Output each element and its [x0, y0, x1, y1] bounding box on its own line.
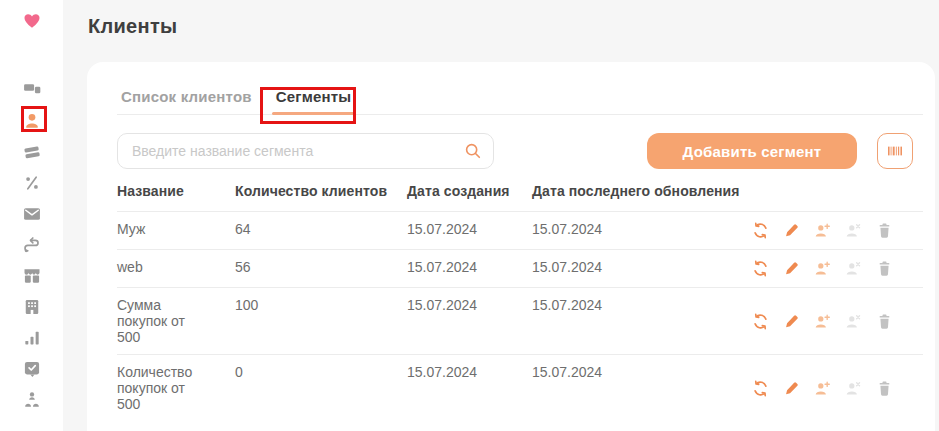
- sidebar-item-dashboard[interactable]: [19, 80, 45, 100]
- remove-client-button[interactable]: [844, 222, 862, 240]
- tab-segments[interactable]: Сегменты: [272, 88, 356, 114]
- add-client-button[interactable]: [813, 312, 831, 330]
- sidebar-item-cards[interactable]: [19, 142, 45, 162]
- row-actions: [751, 379, 893, 397]
- dashboard-icon: [22, 80, 42, 100]
- row-actions: [751, 312, 893, 330]
- delete-segment-button[interactable]: [875, 312, 893, 330]
- edit-icon: [783, 380, 800, 397]
- segment-name: Количество покупок от 500: [117, 364, 235, 412]
- table-row: web 56 15.07.2024 15.07.2024: [117, 249, 923, 287]
- add-client-icon: [814, 222, 831, 239]
- segment-count: 64: [235, 221, 407, 237]
- mail-icon: [22, 204, 42, 224]
- segment-name: Муж: [117, 221, 235, 237]
- add-client-button[interactable]: [813, 379, 831, 397]
- barcode-button[interactable]: [877, 133, 913, 169]
- delete-icon: [876, 380, 893, 397]
- remove-client-icon: [845, 313, 862, 330]
- edit-segment-button[interactable]: [782, 260, 800, 278]
- route-icon: [22, 235, 42, 255]
- column-header-updated: Дата последнего обновления: [532, 183, 766, 199]
- team-icon: [22, 390, 42, 410]
- sidebar-item-analytics[interactable]: [19, 328, 45, 348]
- column-header-created: Дата создания: [407, 183, 532, 199]
- segment-updated-date: 15.07.2024: [532, 221, 743, 237]
- remove-client-button[interactable]: [844, 312, 862, 330]
- chart-icon: [22, 328, 42, 348]
- segment-name: Сумма покупок от 500: [117, 297, 235, 345]
- sidebar-item-routes[interactable]: [19, 235, 45, 255]
- refresh-segment-button[interactable]: [751, 222, 769, 240]
- content-card: Список клиентов Сегменты Добавить сегмен…: [87, 62, 935, 431]
- building-icon: [22, 297, 42, 317]
- edit-icon: [783, 260, 800, 277]
- edit-segment-button[interactable]: [782, 222, 800, 240]
- percent-icon: [22, 173, 42, 193]
- table-row: Количество покупок от 500 0 15.07.2024 1…: [117, 354, 923, 421]
- edit-segment-button[interactable]: [782, 379, 800, 397]
- toolbar: Добавить сегмент: [117, 133, 913, 169]
- add-segment-button[interactable]: Добавить сегмент: [647, 133, 857, 169]
- add-client-icon: [814, 260, 831, 277]
- delete-icon: [876, 222, 893, 239]
- segment-created-date: 15.07.2024: [407, 259, 532, 275]
- cards-icon: [22, 142, 42, 162]
- refresh-segment-button[interactable]: [751, 312, 769, 330]
- remove-client-icon: [845, 222, 862, 239]
- search-input[interactable]: [117, 133, 494, 169]
- sidebar-item-mailings[interactable]: [19, 204, 45, 224]
- remove-client-button[interactable]: [844, 379, 862, 397]
- page-title: Клиенты: [88, 15, 939, 38]
- column-header-count: Количество клиентов: [235, 183, 407, 199]
- search-icon[interactable]: [464, 142, 482, 160]
- row-actions: [751, 260, 893, 278]
- refresh-icon: [752, 260, 769, 277]
- delete-icon: [876, 313, 893, 330]
- sidebar-item-company[interactable]: [19, 297, 45, 317]
- edit-icon: [783, 222, 800, 239]
- segment-updated-date: 15.07.2024: [532, 259, 743, 275]
- refresh-icon: [752, 222, 769, 239]
- table-row: Муж 64 15.07.2024 15.07.2024: [117, 211, 923, 249]
- segment-name: web: [117, 259, 235, 275]
- sidebar: [0, 0, 63, 431]
- delete-segment-button[interactable]: [875, 379, 893, 397]
- barcode-icon: [886, 144, 904, 158]
- sidebar-item-store[interactable]: [19, 266, 45, 286]
- table-row: Сумма покупок от 500 100 15.07.2024 15.0…: [117, 287, 923, 354]
- sidebar-item-clients[interactable]: [19, 111, 45, 131]
- table-header-row: Название Количество клиентов Дата создан…: [117, 177, 923, 211]
- add-client-icon: [814, 313, 831, 330]
- edit-segment-button[interactable]: [782, 312, 800, 330]
- segment-count: 0: [235, 364, 407, 380]
- segment-created-date: 15.07.2024: [407, 297, 532, 313]
- tab-bar: Список клиентов Сегменты: [117, 62, 923, 115]
- refresh-segment-button[interactable]: [751, 379, 769, 397]
- sidebar-item-discounts[interactable]: [19, 173, 45, 193]
- segment-updated-date: 15.07.2024: [532, 297, 743, 313]
- sidebar-item-tasks[interactable]: [19, 359, 45, 379]
- refresh-segment-button[interactable]: [751, 260, 769, 278]
- sidebar-nav: [0, 80, 63, 410]
- segment-created-date: 15.07.2024: [407, 364, 532, 380]
- add-client-icon: [814, 380, 831, 397]
- edit-icon: [783, 313, 800, 330]
- add-client-button[interactable]: [813, 222, 831, 240]
- segment-updated-date: 15.07.2024: [532, 364, 743, 380]
- remove-client-icon: [845, 380, 862, 397]
- clients-icon: [22, 111, 42, 131]
- delete-segment-button[interactable]: [875, 260, 893, 278]
- delete-segment-button[interactable]: [875, 222, 893, 240]
- store-icon: [22, 266, 42, 286]
- refresh-icon: [752, 313, 769, 330]
- segment-count: 100: [235, 297, 407, 313]
- sidebar-item-team[interactable]: [19, 390, 45, 410]
- segment-count: 56: [235, 259, 407, 275]
- add-client-button[interactable]: [813, 260, 831, 278]
- remove-client-icon: [845, 260, 862, 277]
- remove-client-button[interactable]: [844, 260, 862, 278]
- column-header-name: Название: [117, 183, 235, 199]
- delete-icon: [876, 260, 893, 277]
- tab-client-list[interactable]: Список клиентов: [117, 88, 256, 114]
